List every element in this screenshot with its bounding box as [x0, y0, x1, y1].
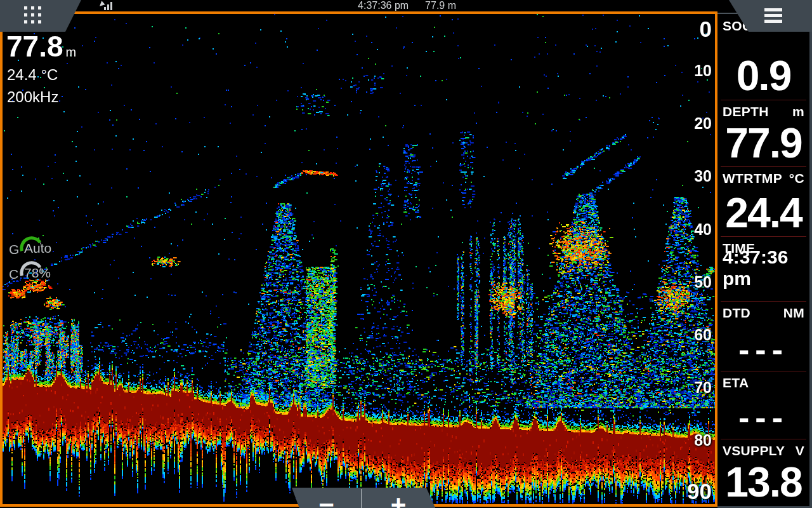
status-time: 4:37:36 pm: [358, 0, 409, 11]
sounder-screen: 4:37:36 pm 77.9 m 77.8m 24.4 °C 200kHz G: [0, 0, 812, 508]
instrument-cell-wtrtmp[interactable]: WTRTMP °C 24.4: [717, 166, 809, 236]
cell-label: WTRTMP: [723, 171, 782, 186]
instrument-cell-depth[interactable]: DEPTH m 77.9: [717, 100, 809, 166]
gain-gauge[interactable]: G Auto: [6, 236, 76, 261]
sonar-echogram[interactable]: [3, 14, 715, 504]
cell-unit: V: [796, 443, 804, 458]
cell-label: VSUPPLY: [723, 443, 785, 458]
gps-signal-icon: [99, 1, 112, 10]
instrument-panel: SOG kn 0.9 DEPTH m 77.9 WTRTMP °C 24.4 T…: [717, 14, 809, 506]
cell-value: 24.4: [719, 193, 808, 233]
instrument-cell-vsupply[interactable]: VSUPPLY V 13.8: [717, 439, 809, 506]
frequency-readout: 200kHz: [7, 88, 58, 106]
cell-unit: NM: [783, 305, 804, 321]
cell-unit: m: [792, 104, 804, 119]
depth-readout: 77.8m: [6, 32, 76, 61]
gain-gauge-value: Auto: [24, 241, 51, 256]
cell-value: 4:37:36 pm: [723, 246, 808, 290]
cell-value: ---: [719, 403, 808, 432]
depth-value: 77.8: [6, 30, 63, 63]
cell-label: ETA: [723, 375, 749, 391]
status-readouts: 4:37:36 pm 77.9 m: [358, 0, 456, 11]
hamburger-menu-icon: [764, 8, 782, 25]
cell-label: DEPTH: [723, 104, 769, 119]
sonar-panel[interactable]: 77.8m 24.4 °C 200kHz G Auto C 78% 010203…: [0, 11, 717, 507]
color-gauge[interactable]: C 78%: [6, 260, 76, 286]
cell-label: DTD: [723, 305, 750, 321]
zoom-control-divider: [361, 489, 362, 508]
depth-unit: m: [66, 45, 77, 59]
top-status-bar: 4:37:36 pm 77.9 m: [0, 0, 812, 11]
instrument-cell-eta[interactable]: ETA ---: [717, 371, 809, 439]
cell-value: 0.9: [719, 56, 808, 96]
cell-value: ---: [719, 335, 808, 364]
status-depth: 77.9 m: [425, 0, 456, 11]
apps-grid-icon: [24, 6, 41, 23]
cell-value: 77.9: [719, 123, 808, 163]
zoom-in-button[interactable]: +: [361, 488, 436, 508]
water-temp-readout: 24.4 °C: [7, 66, 58, 84]
instrument-cell-time[interactable]: TIME 4:37:36 pm: [717, 236, 809, 300]
cell-value: 13.8: [719, 462, 808, 502]
zoom-out-button[interactable]: −: [292, 488, 361, 508]
color-gauge-value: 78%: [24, 265, 51, 281]
instrument-cell-dtd[interactable]: DTD NM ---: [717, 301, 809, 371]
cell-unit: °C: [789, 171, 804, 186]
range-zoom-control: − +: [292, 488, 442, 508]
screen-edge-right: [809, 0, 812, 508]
